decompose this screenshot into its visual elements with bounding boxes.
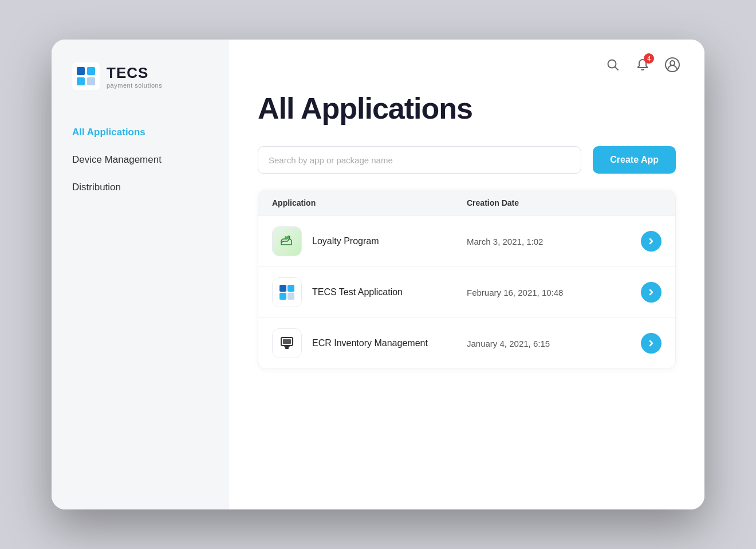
col-action xyxy=(627,198,662,207)
svg-point-8 xyxy=(670,61,675,65)
table-header: Application Creation Date xyxy=(258,190,675,216)
table-row[interactable]: TECS Test Application February 16, 2021,… xyxy=(258,267,675,318)
col-creation-date: Creation Date xyxy=(467,198,627,207)
app-name-tecs: TECS Test Application xyxy=(312,287,403,297)
app-name-loyalty: Loyalty Program xyxy=(312,236,379,246)
nav-list: All Applications Device Management Distr… xyxy=(52,119,229,201)
logo-area: TECS payment solutions xyxy=(52,62,229,119)
svg-rect-1 xyxy=(77,67,85,75)
app-cell-ecr: ECR Inventory Management xyxy=(272,328,467,358)
svg-rect-11 xyxy=(279,293,286,300)
content-area: All Applications Create App Application … xyxy=(229,74,704,509)
app-table: Application Creation Date xyxy=(258,190,676,369)
nav-arrow-loyalty[interactable] xyxy=(641,231,662,252)
chevron-right-icon xyxy=(647,288,656,297)
table-row[interactable]: Loyalty Program March 3, 2021, 1:02 xyxy=(258,216,675,267)
chevron-right-icon xyxy=(647,339,656,348)
user-profile-button[interactable] xyxy=(663,56,682,74)
nav-arrow-ecr[interactable] xyxy=(641,333,662,354)
search-icon xyxy=(607,58,619,71)
svg-rect-4 xyxy=(87,77,95,85)
col-application: Application xyxy=(272,198,467,207)
logo-subtitle: payment solutions xyxy=(107,82,162,89)
sidebar-item-device-management[interactable]: Device Management xyxy=(52,146,229,174)
tecs-app-icon xyxy=(277,283,297,302)
search-input[interactable] xyxy=(258,146,581,174)
svg-rect-12 xyxy=(288,293,294,300)
sidebar-item-distribution[interactable]: Distribution xyxy=(52,174,229,201)
logo-text-block: TECS payment solutions xyxy=(107,64,162,89)
ecr-pos-icon xyxy=(278,334,296,352)
table-row[interactable]: ECR Inventory Management January 4, 2021… xyxy=(258,318,675,368)
user-icon xyxy=(664,57,680,73)
svg-rect-16 xyxy=(285,347,289,349)
search-create-row: Create App xyxy=(258,146,676,174)
main-content: 4 All Applications Create App xyxy=(229,40,704,509)
creation-date-tecs: February 16, 2021, 10:48 xyxy=(467,288,627,297)
svg-rect-9 xyxy=(279,285,286,292)
creation-date-loyalty: March 3, 2021, 1:02 xyxy=(467,237,627,246)
svg-rect-2 xyxy=(87,67,95,75)
sidebar: TECS payment solutions All Applications … xyxy=(52,40,229,509)
svg-rect-0 xyxy=(72,62,100,90)
notification-badge: 4 xyxy=(644,53,654,64)
device-frame: TECS payment solutions All Applications … xyxy=(52,40,704,509)
app-icon-ecr xyxy=(272,328,302,358)
loyalty-program-icon xyxy=(278,233,296,250)
app-icon-loyalty xyxy=(272,226,302,256)
svg-rect-15 xyxy=(284,346,290,347)
app-name-ecr: ECR Inventory Management xyxy=(312,338,428,348)
svg-rect-14 xyxy=(283,339,291,344)
app-cell-loyalty: Loyalty Program xyxy=(272,226,467,256)
logo-name: TECS xyxy=(107,64,162,82)
creation-date-ecr: January 4, 2021, 6:15 xyxy=(467,339,627,348)
sidebar-item-all-applications[interactable]: All Applications xyxy=(52,119,229,146)
create-app-button[interactable]: Create App xyxy=(593,146,676,174)
app-cell-tecs: TECS Test Application xyxy=(272,277,467,307)
chevron-right-icon xyxy=(647,237,656,246)
tecs-logo-icon xyxy=(72,62,100,90)
svg-rect-3 xyxy=(77,77,85,85)
app-icon-tecs xyxy=(272,277,302,307)
topbar: 4 xyxy=(229,40,704,74)
nav-arrow-tecs[interactable] xyxy=(641,282,662,303)
search-button[interactable] xyxy=(604,56,622,74)
notifications-button[interactable]: 4 xyxy=(633,56,652,74)
svg-rect-10 xyxy=(288,285,294,292)
svg-line-6 xyxy=(615,67,618,70)
page-title: All Applications xyxy=(258,91,676,126)
